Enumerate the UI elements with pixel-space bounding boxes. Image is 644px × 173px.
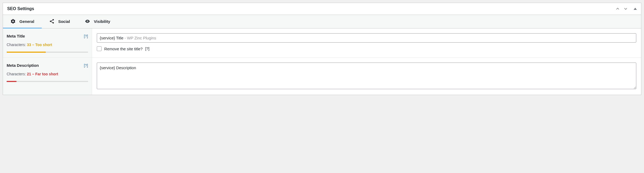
meta-description-char-count: Characters: 21 – Far too short	[7, 72, 88, 76]
svg-point-1	[50, 21, 51, 22]
tab-visibility[interactable]: Visibility	[77, 15, 118, 28]
tab-label: General	[19, 19, 34, 24]
svg-point-0	[52, 19, 54, 20]
meta-title-meter	[7, 52, 88, 53]
tab-label: Social	[58, 19, 70, 24]
remove-site-title-checkbox[interactable]	[97, 46, 102, 51]
tab-social[interactable]: Social	[42, 15, 77, 28]
meta-description-row: Meta Description [?] Characters: 21 – Fa…	[3, 58, 641, 95]
meta-title-char-count: Characters: 33 – Too short	[7, 43, 88, 47]
meta-title-suffix: - WP Zinc Plugins	[124, 36, 156, 40]
settings-rows: Meta Title [?] Characters: 33 – Too shor…	[3, 28, 641, 95]
share-icon	[49, 19, 55, 24]
meta-title-value: {service} Title	[100, 36, 123, 40]
meta-description-meter	[7, 81, 88, 82]
chevron-down-icon[interactable]	[623, 6, 628, 11]
meta-description-input[interactable]	[97, 63, 636, 89]
meta-title-input[interactable]: {service} Title - WP Zinc Plugins	[97, 33, 636, 43]
panel-title: SEO Settings	[7, 6, 34, 11]
meta-title-meter-fill	[7, 52, 46, 53]
meta-title-help-link[interactable]: [?]	[84, 34, 88, 38]
meta-description-label: Meta Description	[7, 63, 39, 68]
meta-title-row: Meta Title [?] Characters: 33 – Too shor…	[3, 28, 641, 58]
char-value: 33 – Too short	[27, 43, 52, 47]
eye-icon	[85, 19, 90, 24]
meta-description-sidebar: Meta Description [?] Characters: 21 – Fa…	[3, 58, 92, 95]
svg-point-2	[52, 22, 54, 23]
char-prefix: Characters:	[7, 72, 27, 76]
meta-title-label: Meta Title	[7, 34, 25, 38]
char-value: 21 – Far too short	[27, 72, 58, 76]
meta-description-meter-fill	[7, 81, 16, 82]
gear-icon	[10, 19, 16, 24]
remove-site-title-row: Remove the site title? [?]	[97, 46, 636, 51]
meta-title-content: {service} Title - WP Zinc Plugins Remove…	[92, 28, 641, 57]
meta-title-sidebar: Meta Title [?] Characters: 33 – Too shor…	[3, 28, 92, 57]
panel-header-controls	[615, 6, 637, 11]
remove-site-title-help[interactable]: [?]	[145, 47, 149, 51]
chevron-up-icon[interactable]	[615, 6, 620, 11]
remove-site-title-label: Remove the site title?	[104, 47, 143, 51]
char-prefix: Characters:	[7, 43, 27, 47]
seo-settings-panel: SEO Settings General Social	[3, 3, 641, 95]
toggle-panel-icon[interactable]	[634, 8, 637, 10]
tab-general[interactable]: General	[3, 15, 42, 28]
tabs: General Social Visibility	[3, 15, 641, 28]
tab-label: Visibility	[94, 19, 110, 24]
meta-description-help-link[interactable]: [?]	[84, 63, 88, 68]
panel-header: SEO Settings	[3, 3, 641, 15]
meta-description-content	[92, 58, 641, 95]
